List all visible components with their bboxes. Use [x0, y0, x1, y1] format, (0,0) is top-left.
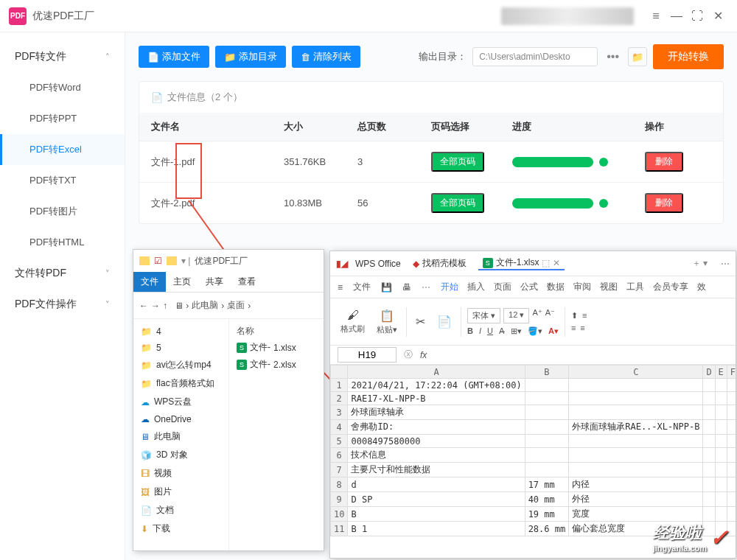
- grid-cell[interactable]: [715, 392, 727, 405]
- minimize-icon[interactable]: —: [666, 10, 687, 23]
- grid-cell[interactable]: 2021/04/21, 17:22:04 (GMT+08:00): [348, 379, 525, 392]
- wps-menu-hamburger-icon[interactable]: ≡: [338, 282, 343, 293]
- grid-cell[interactable]: [525, 379, 569, 392]
- wps-menu-item[interactable]: 数据: [547, 281, 565, 292]
- explorer-side-item[interactable]: 📁avi怎么转mp4: [136, 356, 226, 374]
- explorer-tab-home[interactable]: 主页: [166, 272, 198, 292]
- grid-cell[interactable]: [727, 435, 736, 448]
- grid-cell[interactable]: RAE17-XL-NPP-B: [348, 392, 525, 405]
- explorer-side-item[interactable]: 📁5: [136, 340, 226, 356]
- grid-row-header[interactable]: 5: [331, 435, 348, 448]
- output-dir-input[interactable]: [472, 47, 598, 66]
- cell-ref-input[interactable]: [338, 347, 397, 363]
- sidebar-group-pdfops[interactable]: PDF文件操作 ˅: [0, 289, 125, 320]
- grid-cell[interactable]: [703, 379, 715, 392]
- grid-cell[interactable]: 宽度: [569, 507, 703, 522]
- explorer-side-item[interactable]: ☁WPS云盘: [136, 393, 226, 411]
- grid-cell[interactable]: 主要尺寸和性能数据: [348, 463, 525, 477]
- grid-cell[interactable]: [727, 463, 736, 477]
- explorer-side-item[interactable]: 📁flac音频格式如: [136, 374, 226, 393]
- grid-cell[interactable]: [569, 392, 703, 405]
- font-select[interactable]: 宋体 ▾: [467, 308, 500, 323]
- grid-cell[interactable]: [727, 448, 736, 463]
- grid-cell[interactable]: [715, 420, 727, 435]
- explorer-side-item[interactable]: 🖼图片: [136, 483, 226, 501]
- grid-cell[interactable]: [703, 522, 715, 536]
- grid-cell[interactable]: [703, 405, 715, 420]
- grid-cell[interactable]: 技术信息: [348, 448, 525, 463]
- grid-cell[interactable]: D SP: [348, 492, 525, 507]
- nav-back-icon[interactable]: ←: [139, 301, 148, 311]
- explorer-file-item[interactable]: S文件-1.xlsx: [234, 339, 319, 356]
- grid-cell[interactable]: [715, 405, 727, 420]
- grid-cell[interactable]: 外径: [569, 492, 703, 507]
- wps-menu-item[interactable]: 插入: [467, 281, 485, 292]
- wps-menu-item[interactable]: 审阅: [573, 281, 591, 292]
- grid-row-header[interactable]: 9: [331, 492, 348, 507]
- explorer-tab-view[interactable]: 查看: [231, 272, 263, 292]
- add-dir-button[interactable]: 📁 添加目录: [215, 46, 286, 68]
- grid-cell[interactable]: 内径: [569, 477, 703, 492]
- grid-cell[interactable]: [727, 405, 736, 420]
- grid-row-header[interactable]: 1: [331, 379, 348, 392]
- strike-icon[interactable]: A̶: [499, 326, 505, 336]
- grid-cell[interactable]: [525, 448, 569, 463]
- formula-input[interactable]: [434, 349, 728, 360]
- explorer-side-item[interactable]: ☁OneDrive: [136, 411, 226, 427]
- grid-cell[interactable]: [727, 392, 736, 405]
- explorer-side-item[interactable]: 🎞视频: [136, 464, 226, 483]
- wps-save-icon[interactable]: 💾: [381, 282, 392, 293]
- grid-cell[interactable]: 外球面球轴承RAE..-XL-NPP-B: [569, 420, 703, 435]
- grid-cell[interactable]: [569, 463, 703, 477]
- grid-row-header[interactable]: 6: [331, 448, 348, 463]
- sidebar-item[interactable]: PDF转HTML: [0, 227, 125, 258]
- align-center-icon[interactable]: ≡: [580, 323, 584, 332]
- wps-tab-search[interactable]: ◆找稻壳模板: [408, 257, 471, 270]
- underline-icon[interactable]: U: [487, 326, 493, 336]
- border-icon[interactable]: ⊞▾: [511, 326, 522, 336]
- grid-row-header[interactable]: 3: [331, 405, 348, 420]
- grid-cell[interactable]: [715, 522, 727, 536]
- grid-col-header[interactable]: A: [348, 365, 525, 379]
- grid-cell[interactable]: [715, 507, 727, 522]
- grid-cell[interactable]: 外球面球轴承: [348, 405, 525, 420]
- sidebar-item[interactable]: PDF转PPT: [0, 103, 125, 134]
- align-left-icon[interactable]: ≡: [571, 323, 576, 332]
- grid-cell[interactable]: [715, 379, 727, 392]
- grid-cell[interactable]: [703, 435, 715, 448]
- grid-cell[interactable]: [525, 463, 569, 477]
- cut-icon[interactable]: ✂: [413, 315, 428, 329]
- align-mid-icon[interactable]: ≡: [582, 311, 587, 321]
- open-folder-icon[interactable]: 📁: [628, 47, 647, 66]
- nav-fwd-icon[interactable]: →: [151, 301, 160, 311]
- grid-cell[interactable]: [569, 379, 703, 392]
- font-grow-icon[interactable]: A⁺: [532, 308, 542, 323]
- grid-row-header[interactable]: 10: [331, 507, 348, 522]
- wps-menu-item[interactable]: 开始: [441, 281, 458, 292]
- grid-cell[interactable]: 28.6 mm: [525, 522, 569, 536]
- explorer-file-item[interactable]: S文件-2.xlsx: [234, 356, 319, 373]
- explorer-tab-share[interactable]: 共享: [198, 272, 231, 292]
- paste-button[interactable]: 📋粘贴▾: [374, 309, 400, 335]
- more-icon[interactable]: •••: [604, 50, 622, 63]
- wps-menu-item[interactable]: 视图: [600, 281, 618, 292]
- delete-button[interactable]: 删除: [645, 193, 683, 213]
- grid-row-header[interactable]: 2: [331, 392, 348, 405]
- grid-cell[interactable]: [703, 420, 715, 435]
- grid-cell[interactable]: [569, 448, 703, 463]
- grid-row-header[interactable]: 7: [331, 463, 348, 477]
- breadcrumb-pc[interactable]: 此电脑: [192, 299, 218, 312]
- grid-row-header[interactable]: 11: [331, 522, 348, 536]
- grid-cell[interactable]: [525, 435, 569, 448]
- grid-cell[interactable]: d: [348, 477, 525, 492]
- font-shrink-icon[interactable]: A⁻: [545, 308, 555, 323]
- sidebar-group-file2pdf[interactable]: 文件转PDF ˅: [0, 258, 125, 289]
- grid-cell[interactable]: [715, 463, 727, 477]
- wps-menu-item[interactable]: 页面: [494, 281, 511, 292]
- grid-cell[interactable]: 40 mm: [525, 492, 569, 507]
- wps-tab-file[interactable]: S文件-1.xlsx⬚ ✕: [478, 256, 565, 270]
- grid-cell[interactable]: [715, 492, 727, 507]
- grid-cell[interactable]: [525, 392, 569, 405]
- sidebar-item[interactable]: PDF转TXT: [0, 165, 125, 196]
- grid-cell[interactable]: [569, 435, 703, 448]
